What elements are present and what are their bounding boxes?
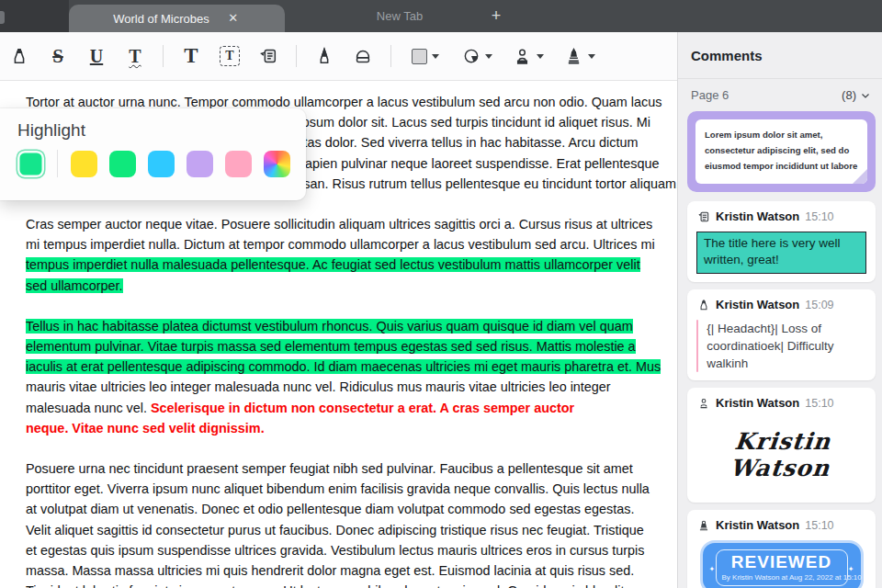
highlight-color-popup: Highlight	[0, 108, 306, 200]
strikethrough-tool-button[interactable]: S	[40, 40, 76, 73]
page-label: Page 6	[691, 88, 729, 102]
doc-line-highlighted: tempus imperdiet nulla malesuada pellent…	[26, 254, 677, 275]
note-comment-tool-button[interactable]	[250, 40, 287, 73]
pen-tool-button[interactable]	[306, 40, 343, 73]
strikethrough-icon: S	[52, 45, 63, 68]
toolbar-separator	[390, 45, 391, 67]
squiggly-underline-icon: T	[129, 46, 141, 67]
color-swatch-row	[17, 150, 306, 177]
stamp-subtitle: By Kristin Watson at Aug 22, 2022 at 15:…	[722, 573, 842, 582]
color-swatch-purple[interactable]	[187, 151, 213, 177]
doc-line: mauris vitae ultricies leo integer males…	[26, 377, 677, 397]
pen-icon	[314, 46, 334, 66]
color-swatch-yellow[interactable]	[71, 151, 97, 177]
annotation-toolbar: S U T T T	[0, 32, 677, 81]
stamp-star-icon: ✦	[848, 565, 854, 573]
doc-line: Velit aliquet sagittis id consectetur pu…	[26, 520, 677, 540]
doc-line-highlighted: elementum pulvinar. Vitae turpis massa s…	[26, 336, 677, 356]
dropdown-caret-icon	[537, 54, 544, 59]
toolbar-separator	[296, 45, 297, 67]
color-swatch-pink[interactable]	[225, 151, 252, 177]
dropdown-caret-icon	[485, 54, 492, 59]
comment-sticky-note[interactable]: Lorem ipsum dolor sit amet, consectetur …	[687, 111, 876, 192]
new-tab-plus-icon[interactable]: +	[484, 6, 508, 28]
eraser-tool-button[interactable]	[345, 40, 381, 73]
doc-line-highlighted: Tellus in hac habitasse platea dictumst …	[26, 316, 677, 336]
tab-bar-left-region	[0, 0, 69, 32]
note-annotation-preview: The title here is very well written, gre…	[696, 232, 866, 274]
highlighted-text-excerpt: {| Headacht}| Loss of coordinatioek| Dif…	[707, 320, 866, 372]
doc-line: porttitor eget. Viverra ipsum nunc aliqu…	[26, 479, 677, 499]
stamp-tool-button[interactable]	[503, 40, 553, 73]
dropdown-caret-icon	[588, 54, 595, 59]
comment-card-stamp[interactable]: Kristin Watson 15:10 ✦ ✦ REVIEWED By Kri…	[687, 510, 876, 588]
rectangle-shape-icon	[412, 49, 427, 64]
comments-panel-title: Comments	[678, 32, 882, 63]
swatch-divider	[57, 150, 58, 177]
text-box-tool-button[interactable]: T	[211, 40, 248, 73]
sticky-note-paper: Lorem ipsum dolor sit amet, consectetur …	[695, 119, 867, 184]
text-tool-icon: T	[184, 44, 198, 68]
note-icon	[696, 209, 710, 223]
text-tool-button[interactable]: T	[173, 40, 209, 73]
doc-line: massa. Massa massa ultricies mi quis hen…	[26, 560, 677, 581]
stamp-star-icon: ✦	[709, 565, 716, 573]
color-swatch-cyan[interactable]	[148, 151, 175, 177]
comment-card-signature[interactable]: Kristin Watson 15:10 Kristin Watson	[687, 388, 876, 503]
text-box-icon: T	[220, 46, 240, 66]
doc-line: Tincidunt lobortis feugiat vivamus at au…	[26, 581, 677, 588]
comment-author: Kristin Watson	[716, 209, 799, 223]
comment-author: Kristin Watson	[716, 518, 799, 532]
comments-panel: Comments Page 6 (8) Lorem ipsum dolor si…	[677, 32, 882, 588]
doc-line-highlighted: sed ullamcorper.	[26, 276, 677, 296]
comment-time: 15:10	[805, 397, 833, 410]
doc-line: et egestas quis ipsum suspendisse ultric…	[26, 540, 677, 560]
tab-title: World of Microbes	[113, 12, 209, 26]
tab-new-tab[interactable]: New Tab	[303, 0, 496, 32]
person-icon	[696, 396, 710, 410]
highlighter-icon	[9, 46, 29, 66]
doc-line-red: neque. Vitae nunc sed velit dignissim.	[26, 418, 677, 438]
note-comment-icon	[258, 46, 278, 66]
circle-shape-icon	[462, 47, 481, 65]
doc-line-mixed: malesuada nunc vel. Scelerisque in dictu…	[26, 398, 677, 418]
comment-card-highlight[interactable]: Kristin Watson 15:09 {| Headacht}| Loss …	[687, 289, 876, 380]
page-group-header[interactable]: Page 6 (8)	[678, 79, 882, 109]
comment-author: Kristin Watson	[716, 298, 799, 311]
underline-icon: U	[90, 46, 103, 67]
fill-shape-tool-button[interactable]	[452, 40, 502, 73]
highlighter-icon	[696, 298, 710, 311]
doc-line: Posuere urna nec tincidunt praesent semp…	[26, 458, 677, 479]
underline-tool-button[interactable]: U	[78, 40, 115, 73]
comment-time: 15:09	[805, 299, 833, 311]
eraser-icon	[353, 46, 373, 66]
partial-tab-edge	[0, 11, 5, 24]
signature-preview: Kristin Watson	[694, 428, 869, 481]
stamp-person-icon	[513, 47, 532, 66]
chevron-down-icon[interactable]	[860, 90, 871, 101]
signature-stamp-tool-button[interactable]	[555, 40, 605, 73]
tab-close-icon[interactable]: ✕	[226, 11, 241, 26]
tab-new-tab-label: New Tab	[377, 9, 423, 23]
comment-count: (8)	[842, 88, 871, 102]
signature-stamp-icon	[564, 47, 583, 66]
squiggly-underline-tool-button[interactable]: T	[117, 40, 153, 73]
reviewed-stamp: ✦ ✦ REVIEWED By Kristin Watson at Aug 22…	[703, 543, 861, 588]
selected-color-swatch[interactable]	[17, 151, 44, 177]
shape-tool-button[interactable]	[401, 40, 450, 73]
color-swatch-custom-rainbow[interactable]	[264, 151, 290, 177]
doc-line: Cras semper auctor neque vitae. Posuere …	[26, 214, 677, 234]
doc-line: mi tempus imperdiet nulla. Dictum at tem…	[26, 234, 677, 254]
color-swatch-green[interactable]	[109, 151, 136, 177]
folded-corner	[853, 169, 867, 184]
stamp-title: REVIEWED	[722, 552, 842, 572]
tab-world-of-microbes[interactable]: World of Microbes ✕	[69, 5, 285, 32]
comment-author: Kristin Watson	[716, 396, 799, 410]
comment-time: 15:10	[805, 210, 833, 223]
highlighter-tool-button[interactable]	[1, 40, 38, 73]
highlight-color-bar	[696, 320, 698, 372]
comment-card-note[interactable]: Kristin Watson 15:10 The title here is v…	[687, 201, 876, 282]
comment-time: 15:10	[805, 519, 833, 532]
sticky-note-text: Lorem ipsum dolor sit amet, consectetur …	[705, 127, 858, 174]
doc-line: at volutpat diam ut venenatis. Donec et …	[26, 499, 677, 519]
